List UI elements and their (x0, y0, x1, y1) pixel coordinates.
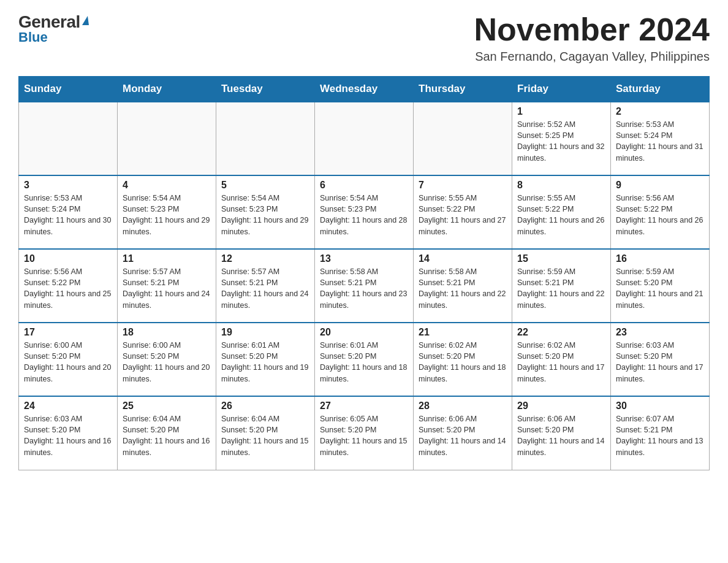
calendar-week-row: 24Sunrise: 6:03 AMSunset: 5:20 PMDayligh… (19, 396, 710, 470)
table-row: 10Sunrise: 5:56 AMSunset: 5:22 PMDayligh… (19, 249, 118, 323)
table-row: 3Sunrise: 5:53 AMSunset: 5:24 PMDaylight… (19, 175, 118, 249)
day-number: 22 (517, 327, 605, 338)
day-info: Sunrise: 6:01 AMSunset: 5:20 PMDaylight:… (320, 340, 408, 385)
table-row: 30Sunrise: 6:07 AMSunset: 5:21 PMDayligh… (611, 396, 710, 470)
day-info: Sunrise: 6:05 AMSunset: 5:20 PMDaylight:… (320, 413, 408, 458)
table-row: 11Sunrise: 5:57 AMSunset: 5:21 PMDayligh… (118, 249, 216, 323)
day-info: Sunrise: 6:00 AMSunset: 5:20 PMDaylight:… (123, 340, 211, 385)
table-row (315, 102, 414, 175)
day-number: 9 (616, 180, 704, 191)
day-info: Sunrise: 6:03 AMSunset: 5:20 PMDaylight:… (24, 413, 112, 458)
table-row: 17Sunrise: 6:00 AMSunset: 5:20 PMDayligh… (19, 323, 118, 396)
day-number: 12 (221, 253, 309, 264)
logo-blue: Blue (18, 29, 48, 45)
day-info: Sunrise: 6:06 AMSunset: 5:20 PMDaylight:… (419, 413, 507, 458)
table-row: 9Sunrise: 5:56 AMSunset: 5:22 PMDaylight… (611, 175, 710, 249)
day-info: Sunrise: 5:59 AMSunset: 5:20 PMDaylight:… (616, 266, 704, 311)
header-thursday: Thursday (414, 77, 512, 102)
day-number: 4 (123, 180, 211, 191)
table-row: 26Sunrise: 6:04 AMSunset: 5:20 PMDayligh… (216, 396, 315, 470)
table-row: 13Sunrise: 5:58 AMSunset: 5:21 PMDayligh… (315, 249, 414, 323)
day-number: 21 (419, 327, 507, 338)
title-section: November 2024 San Fernando, Cagayan Vall… (474, 12, 710, 64)
day-number: 30 (616, 400, 704, 412)
table-row: 28Sunrise: 6:06 AMSunset: 5:20 PMDayligh… (414, 396, 512, 470)
day-info: Sunrise: 5:56 AMSunset: 5:22 PMDaylight:… (24, 266, 112, 311)
day-number: 15 (517, 253, 605, 264)
table-row (118, 102, 216, 175)
table-row: 24Sunrise: 6:03 AMSunset: 5:20 PMDayligh… (19, 396, 118, 470)
table-row: 5Sunrise: 5:54 AMSunset: 5:23 PMDaylight… (216, 175, 315, 249)
table-row: 1Sunrise: 5:52 AMSunset: 5:25 PMDaylight… (512, 102, 611, 175)
location: San Fernando, Cagayan Valley, Philippine… (474, 50, 710, 64)
day-info: Sunrise: 5:57 AMSunset: 5:21 PMDaylight:… (221, 266, 309, 311)
day-info: Sunrise: 6:04 AMSunset: 5:20 PMDaylight:… (221, 413, 309, 458)
day-number: 10 (24, 253, 112, 264)
day-info: Sunrise: 6:00 AMSunset: 5:20 PMDaylight:… (24, 340, 112, 385)
calendar-week-row: 10Sunrise: 5:56 AMSunset: 5:22 PMDayligh… (19, 249, 710, 323)
table-row (216, 102, 315, 175)
day-number: 29 (517, 400, 605, 412)
header-friday: Friday (512, 77, 611, 102)
day-number: 8 (517, 180, 605, 191)
day-info: Sunrise: 5:57 AMSunset: 5:21 PMDaylight:… (123, 266, 211, 311)
day-number: 14 (419, 253, 507, 264)
table-row: 21Sunrise: 6:02 AMSunset: 5:20 PMDayligh… (414, 323, 512, 396)
day-info: Sunrise: 6:04 AMSunset: 5:20 PMDaylight:… (123, 413, 211, 458)
header-saturday: Saturday (611, 77, 710, 102)
day-number: 2 (616, 106, 704, 117)
day-number: 6 (320, 180, 408, 191)
table-row: 7Sunrise: 5:55 AMSunset: 5:22 PMDaylight… (414, 175, 512, 249)
day-number: 25 (123, 400, 211, 412)
table-row: 16Sunrise: 5:59 AMSunset: 5:20 PMDayligh… (611, 249, 710, 323)
calendar-week-row: 3Sunrise: 5:53 AMSunset: 5:24 PMDaylight… (19, 175, 710, 249)
day-info: Sunrise: 6:02 AMSunset: 5:20 PMDaylight:… (419, 340, 507, 385)
table-row: 29Sunrise: 6:06 AMSunset: 5:20 PMDayligh… (512, 396, 611, 470)
day-number: 27 (320, 400, 408, 412)
page-header: General Blue November 2024 San Fernando,… (18, 12, 710, 64)
table-row: 25Sunrise: 6:04 AMSunset: 5:20 PMDayligh… (118, 396, 216, 470)
table-row: 18Sunrise: 6:00 AMSunset: 5:20 PMDayligh… (118, 323, 216, 396)
day-info: Sunrise: 6:07 AMSunset: 5:21 PMDaylight:… (616, 413, 704, 458)
table-row (414, 102, 512, 175)
header-sunday: Sunday (19, 77, 118, 102)
day-info: Sunrise: 5:54 AMSunset: 5:23 PMDaylight:… (320, 193, 408, 237)
day-info: Sunrise: 5:53 AMSunset: 5:24 PMDaylight:… (616, 119, 704, 164)
day-info: Sunrise: 5:53 AMSunset: 5:24 PMDaylight:… (24, 193, 112, 237)
day-number: 20 (320, 327, 408, 338)
day-number: 24 (24, 400, 112, 412)
day-number: 7 (419, 180, 507, 191)
header-wednesday: Wednesday (315, 77, 414, 102)
day-number: 26 (221, 400, 309, 412)
calendar-header-row: Sunday Monday Tuesday Wednesday Thursday… (19, 77, 710, 102)
day-info: Sunrise: 6:03 AMSunset: 5:20 PMDaylight:… (616, 340, 704, 385)
table-row: 12Sunrise: 5:57 AMSunset: 5:21 PMDayligh… (216, 249, 315, 323)
table-row: 14Sunrise: 5:58 AMSunset: 5:21 PMDayligh… (414, 249, 512, 323)
logo: General Blue (18, 12, 89, 45)
day-info: Sunrise: 5:52 AMSunset: 5:25 PMDaylight:… (517, 119, 605, 164)
table-row: 4Sunrise: 5:54 AMSunset: 5:23 PMDaylight… (118, 175, 216, 249)
day-info: Sunrise: 5:55 AMSunset: 5:22 PMDaylight:… (419, 193, 507, 237)
table-row: 27Sunrise: 6:05 AMSunset: 5:20 PMDayligh… (315, 396, 414, 470)
day-number: 11 (123, 253, 211, 264)
month-title: November 2024 (474, 12, 710, 47)
day-info: Sunrise: 5:58 AMSunset: 5:21 PMDaylight:… (320, 266, 408, 311)
day-info: Sunrise: 6:02 AMSunset: 5:20 PMDaylight:… (517, 340, 605, 385)
calendar-table: Sunday Monday Tuesday Wednesday Thursday… (18, 76, 710, 470)
day-info: Sunrise: 5:58 AMSunset: 5:21 PMDaylight:… (419, 266, 507, 311)
day-number: 18 (123, 327, 211, 338)
table-row: 2Sunrise: 5:53 AMSunset: 5:24 PMDaylight… (611, 102, 710, 175)
day-info: Sunrise: 5:54 AMSunset: 5:23 PMDaylight:… (221, 193, 309, 237)
day-info: Sunrise: 5:59 AMSunset: 5:21 PMDaylight:… (517, 266, 605, 311)
day-info: Sunrise: 5:56 AMSunset: 5:22 PMDaylight:… (616, 193, 704, 237)
day-number: 16 (616, 253, 704, 264)
day-number: 5 (221, 180, 309, 191)
day-info: Sunrise: 6:06 AMSunset: 5:20 PMDaylight:… (517, 413, 605, 458)
day-number: 3 (24, 180, 112, 191)
calendar-week-row: 1Sunrise: 5:52 AMSunset: 5:25 PMDaylight… (19, 102, 710, 175)
day-number: 28 (419, 400, 507, 412)
table-row (19, 102, 118, 175)
table-row: 23Sunrise: 6:03 AMSunset: 5:20 PMDayligh… (611, 323, 710, 396)
day-number: 1 (517, 106, 605, 117)
header-monday: Monday (118, 77, 216, 102)
